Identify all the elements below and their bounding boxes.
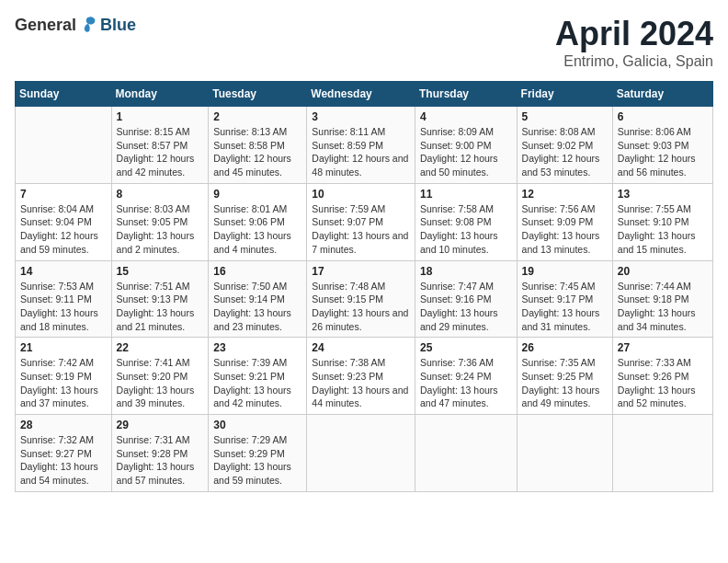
week-row-4: 21 Sunrise: 7:42 AMSunset: 9:19 PMDaylig…	[16, 338, 713, 415]
day-cell: 20 Sunrise: 7:44 AMSunset: 9:18 PMDaylig…	[612, 260, 712, 338]
logo-icon: General Blue	[15, 15, 136, 35]
day-number: 8	[117, 188, 204, 201]
col-header-friday: Friday	[517, 82, 612, 107]
day-info: Sunrise: 7:33 AMSunset: 9:26 PMDaylight:…	[618, 356, 708, 410]
day-info: Sunrise: 8:06 AMSunset: 9:03 PMDaylight:…	[618, 125, 708, 179]
day-info: Sunrise: 7:41 AMSunset: 9:20 PMDaylight:…	[117, 356, 204, 410]
day-number: 2	[213, 110, 301, 123]
day-cell: 2 Sunrise: 8:13 AMSunset: 8:58 PMDayligh…	[209, 107, 307, 184]
day-cell: 27 Sunrise: 7:33 AMSunset: 9:26 PMDaylig…	[612, 338, 712, 415]
day-info: Sunrise: 8:04 AMSunset: 9:04 PMDaylight:…	[20, 202, 107, 257]
day-info: Sunrise: 7:32 AMSunset: 9:27 PMDaylight:…	[20, 433, 107, 488]
day-number: 26	[522, 341, 608, 354]
day-number: 19	[522, 265, 608, 278]
day-number: 6	[618, 110, 708, 123]
day-cell: 14 Sunrise: 7:53 AMSunset: 9:11 PMDaylig…	[16, 260, 112, 338]
day-cell	[415, 415, 517, 492]
day-cell: 4 Sunrise: 8:09 AMSunset: 9:00 PMDayligh…	[415, 107, 517, 184]
day-info: Sunrise: 8:08 AMSunset: 9:02 PMDaylight:…	[522, 125, 608, 179]
col-header-thursday: Thursday	[415, 82, 517, 107]
day-cell	[16, 107, 112, 184]
title-area: April 2024 Entrimo, Galicia, Spain	[555, 15, 713, 70]
day-number: 12	[522, 188, 608, 201]
day-number: 23	[213, 341, 301, 354]
day-cell: 25 Sunrise: 7:36 AMSunset: 9:24 PMDaylig…	[415, 338, 517, 415]
day-info: Sunrise: 7:38 AMSunset: 9:23 PMDaylight:…	[312, 356, 410, 410]
main-title: April 2024	[555, 15, 713, 53]
day-info: Sunrise: 7:51 AMSunset: 9:13 PMDaylight:…	[117, 280, 204, 334]
day-info: Sunrise: 7:29 AMSunset: 9:29 PMDaylight:…	[213, 433, 301, 488]
col-header-wednesday: Wednesday	[307, 82, 415, 107]
day-cell: 7 Sunrise: 8:04 AMSunset: 9:04 PMDayligh…	[16, 183, 112, 260]
day-cell: 28 Sunrise: 7:32 AMSunset: 9:27 PMDaylig…	[16, 415, 112, 492]
week-row-1: 1 Sunrise: 8:15 AMSunset: 8:57 PMDayligh…	[16, 107, 713, 184]
day-cell: 8 Sunrise: 8:03 AMSunset: 9:05 PMDayligh…	[111, 183, 209, 260]
day-cell: 19 Sunrise: 7:45 AMSunset: 9:17 PMDaylig…	[517, 260, 612, 338]
day-number: 24	[312, 341, 410, 354]
day-info: Sunrise: 7:47 AMSunset: 9:16 PMDaylight:…	[420, 280, 512, 334]
day-cell: 5 Sunrise: 8:08 AMSunset: 9:02 PMDayligh…	[517, 107, 612, 184]
day-number: 18	[420, 265, 512, 278]
day-number: 28	[20, 419, 107, 431]
logo-bird-icon	[78, 15, 98, 35]
logo-text-general: General	[15, 16, 76, 35]
day-cell	[517, 415, 612, 492]
header: General Blue April 2024 Entrimo, Galicia…	[15, 15, 713, 70]
day-number: 10	[312, 188, 410, 201]
day-cell: 16 Sunrise: 7:50 AMSunset: 9:14 PMDaylig…	[209, 260, 307, 338]
day-cell: 30 Sunrise: 7:29 AMSunset: 9:29 PMDaylig…	[209, 415, 307, 492]
day-cell: 26 Sunrise: 7:35 AMSunset: 9:25 PMDaylig…	[517, 338, 612, 415]
day-cell: 24 Sunrise: 7:38 AMSunset: 9:23 PMDaylig…	[307, 338, 415, 415]
calendar-header-row: SundayMondayTuesdayWednesdayThursdayFrid…	[16, 82, 713, 107]
day-info: Sunrise: 8:01 AMSunset: 9:06 PMDaylight:…	[213, 202, 301, 257]
col-header-saturday: Saturday	[612, 82, 712, 107]
day-cell: 1 Sunrise: 8:15 AMSunset: 8:57 PMDayligh…	[111, 107, 209, 184]
day-info: Sunrise: 7:55 AMSunset: 9:10 PMDaylight:…	[618, 202, 708, 257]
day-info: Sunrise: 8:13 AMSunset: 8:58 PMDaylight:…	[213, 125, 301, 179]
day-number: 17	[312, 265, 410, 278]
day-info: Sunrise: 8:03 AMSunset: 9:05 PMDaylight:…	[117, 202, 204, 257]
logo: General Blue	[15, 15, 136, 35]
day-info: Sunrise: 7:56 AMSunset: 9:09 PMDaylight:…	[522, 202, 608, 257]
day-info: Sunrise: 7:53 AMSunset: 9:11 PMDaylight:…	[20, 280, 107, 334]
day-info: Sunrise: 7:31 AMSunset: 9:28 PMDaylight:…	[117, 433, 204, 488]
week-row-3: 14 Sunrise: 7:53 AMSunset: 9:11 PMDaylig…	[16, 260, 713, 338]
day-number: 27	[618, 341, 708, 354]
day-info: Sunrise: 7:58 AMSunset: 9:08 PMDaylight:…	[420, 202, 512, 257]
day-info: Sunrise: 8:15 AMSunset: 8:57 PMDaylight:…	[117, 125, 204, 179]
day-number: 3	[312, 110, 410, 123]
day-cell: 6 Sunrise: 8:06 AMSunset: 9:03 PMDayligh…	[612, 107, 712, 184]
col-header-monday: Monday	[111, 82, 209, 107]
day-number: 4	[420, 110, 512, 123]
day-info: Sunrise: 7:39 AMSunset: 9:21 PMDaylight:…	[213, 356, 301, 410]
day-cell: 15 Sunrise: 7:51 AMSunset: 9:13 PMDaylig…	[111, 260, 209, 338]
day-info: Sunrise: 7:48 AMSunset: 9:15 PMDaylight:…	[312, 280, 410, 334]
logo-text-blue: Blue	[100, 16, 136, 35]
day-cell: 12 Sunrise: 7:56 AMSunset: 9:09 PMDaylig…	[517, 183, 612, 260]
day-number: 25	[420, 341, 512, 354]
day-cell: 21 Sunrise: 7:42 AMSunset: 9:19 PMDaylig…	[16, 338, 112, 415]
day-number: 30	[213, 419, 301, 431]
day-number: 29	[117, 419, 204, 431]
day-cell: 11 Sunrise: 7:58 AMSunset: 9:08 PMDaylig…	[415, 183, 517, 260]
day-info: Sunrise: 7:35 AMSunset: 9:25 PMDaylight:…	[522, 356, 608, 410]
day-info: Sunrise: 8:11 AMSunset: 8:59 PMDaylight:…	[312, 125, 410, 179]
day-info: Sunrise: 7:36 AMSunset: 9:24 PMDaylight:…	[420, 356, 512, 410]
day-number: 16	[213, 265, 301, 278]
col-header-sunday: Sunday	[16, 82, 112, 107]
subtitle: Entrimo, Galicia, Spain	[555, 53, 713, 70]
day-cell: 3 Sunrise: 8:11 AMSunset: 8:59 PMDayligh…	[307, 107, 415, 184]
day-number: 22	[117, 341, 204, 354]
day-number: 9	[213, 188, 301, 201]
day-number: 5	[522, 110, 608, 123]
day-number: 14	[20, 265, 107, 278]
day-number: 15	[117, 265, 204, 278]
day-cell: 17 Sunrise: 7:48 AMSunset: 9:15 PMDaylig…	[307, 260, 415, 338]
col-header-tuesday: Tuesday	[209, 82, 307, 107]
day-cell	[612, 415, 712, 492]
day-info: Sunrise: 7:44 AMSunset: 9:18 PMDaylight:…	[618, 280, 708, 334]
week-row-2: 7 Sunrise: 8:04 AMSunset: 9:04 PMDayligh…	[16, 183, 713, 260]
day-number: 1	[117, 110, 204, 123]
day-cell: 10 Sunrise: 7:59 AMSunset: 9:07 PMDaylig…	[307, 183, 415, 260]
week-row-5: 28 Sunrise: 7:32 AMSunset: 9:27 PMDaylig…	[16, 415, 713, 492]
